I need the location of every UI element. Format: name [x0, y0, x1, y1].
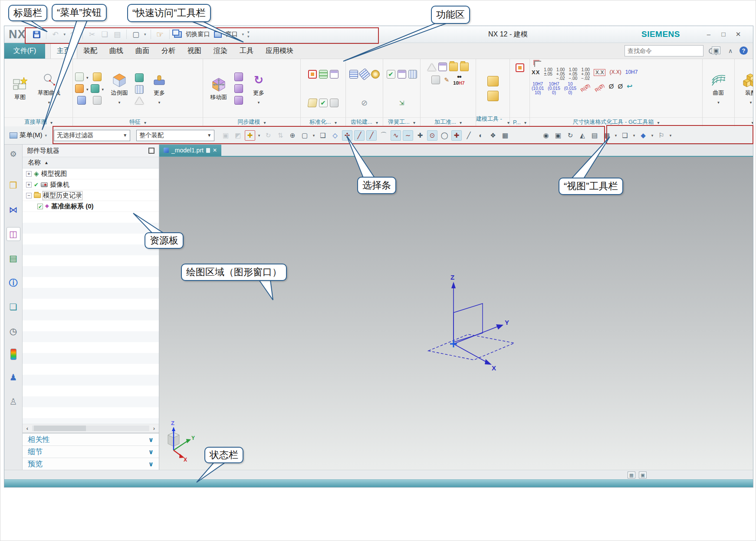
maximize-button[interactable]: □ [718, 29, 729, 40]
snap-intersection-toggle[interactable]: ✚ [415, 130, 425, 141]
cut-button[interactable]: ✂ [87, 30, 97, 39]
group-label-assembly[interactable] [735, 117, 753, 126]
search-input[interactable] [625, 47, 709, 54]
zoom-fit-icon[interactable]: ◉ [541, 130, 551, 141]
snap-angle-toggle[interactable]: ╱ [463, 130, 474, 141]
point-constructor-icon[interactable]: ⊕ [287, 130, 298, 141]
surface-button[interactable]: 曲面 [705, 72, 732, 106]
replace-face-icon[interactable] [234, 84, 243, 93]
corner-dimension-icon[interactable] [534, 61, 541, 67]
std-check-icon[interactable]: ✔ [319, 99, 328, 107]
pin-icon[interactable] [148, 148, 154, 154]
diameter-dim[interactable]: Ø [618, 83, 623, 89]
close-button[interactable]: ✕ [733, 29, 744, 40]
dim-tol-symmetric[interactable]: 1.00 ±.05 [544, 68, 552, 76]
undo-caret[interactable]: ▾ [64, 32, 66, 36]
snap-midpoint-toggle[interactable]: ╱ [354, 130, 365, 141]
settings-gear-icon[interactable]: ⚙ [7, 147, 20, 161]
save-button[interactable] [32, 30, 42, 39]
switch-window-button[interactable]: 切换窗口 [186, 30, 210, 38]
shell-icon[interactable] [135, 85, 144, 94]
extrude-icon[interactable] [75, 84, 84, 93]
datum-plane-icon[interactable] [75, 73, 84, 81]
group-label-spring[interactable]: 弹簧工... [383, 117, 420, 126]
std-list-icon[interactable] [330, 70, 339, 79]
snap-point-on-curve-toggle[interactable]: ╱ [366, 130, 377, 141]
caret-icon[interactable]: ▾ [312, 130, 316, 141]
tab-view[interactable]: 视图 [181, 43, 207, 59]
unite-icon[interactable] [91, 84, 99, 93]
snap-curve-toggle[interactable]: ∼ [403, 130, 413, 141]
horizontal-scrollbar[interactable]: ‹ › [23, 424, 159, 433]
sync-more-button[interactable]: ↻ 更多 [245, 72, 272, 106]
tab-analysis[interactable]: 分析 [155, 43, 181, 59]
paste-button[interactable]: ▤ [112, 30, 122, 39]
sketch-curve-button[interactable]: 草图曲线 [36, 72, 62, 106]
group-label-feature[interactable]: 特征 [73, 117, 203, 126]
annotation-folder-icon[interactable] [449, 63, 458, 71]
surface-rule-icon[interactable]: ❖ [488, 130, 498, 141]
menu-button[interactable]: 菜单(M) ▾ [10, 131, 47, 139]
find-fit-button[interactable]: ●● 10H7 [453, 74, 464, 86]
move-component-icon[interactable]: ▣ [220, 130, 231, 141]
minimize-button[interactable]: – [703, 29, 714, 40]
new-button[interactable]: ▢ [131, 30, 141, 39]
caret-icon[interactable]: ▾ [632, 130, 636, 141]
layer-settings-icon[interactable]: ▤ [589, 130, 600, 141]
redo-button[interactable]: ↷ [69, 30, 78, 39]
dim-fit[interactable]: 10H7 [625, 69, 638, 75]
tree-row-datum-csys[interactable]: ✔ ⌖ 基准坐标系 (0) [23, 201, 159, 212]
selection-filter-combo[interactable]: 无选择过滤器▼ [54, 130, 130, 141]
copy-button[interactable]: ❏ [100, 30, 109, 39]
render-style-icon[interactable]: ❑ [620, 130, 630, 141]
rotate-tool-icon[interactable]: ↻ [263, 130, 273, 141]
constraint-navigator-icon[interactable]: ⋈ [7, 203, 20, 217]
pattern-feature-icon[interactable] [93, 73, 102, 81]
chamfer-icon[interactable] [135, 73, 144, 82]
caret-icon[interactable]: ▾ [614, 130, 618, 141]
touch-mode-button[interactable]: ☞ [155, 30, 165, 39]
dim-tol-upper[interactable]: 1.00 +.05 −.00 [569, 68, 578, 81]
name-column-header[interactable]: 名称 ▲ [23, 157, 159, 168]
tree-row-model-history[interactable]: − 模型历史记录 [23, 190, 159, 201]
hole-icon[interactable] [77, 96, 86, 105]
marquee-select-icon[interactable]: ▢ [299, 130, 310, 141]
tab-curve[interactable]: 曲线 [103, 43, 129, 59]
reset-format[interactable]: ↩ [627, 83, 632, 90]
tree-row-model-views[interactable]: + ◈ 模型视图 [23, 168, 159, 179]
snap-quadrant-toggle[interactable]: ◯ [439, 130, 450, 141]
table-rule-icon[interactable]: ▦ [500, 130, 510, 141]
bevel-gear-icon[interactable] [358, 68, 370, 80]
hand-tool-icon[interactable]: ◩ [233, 130, 243, 141]
tab-surface[interactable]: 曲面 [129, 43, 155, 59]
roles-icon[interactable]: ♙ [7, 395, 20, 409]
reuse-library-icon[interactable]: ▤ [7, 251, 20, 265]
spring-check-icon[interactable]: ✔ [387, 70, 395, 79]
process-studio-icon[interactable]: ♟ [7, 370, 20, 384]
caret-icon[interactable]: ▾ [668, 130, 673, 141]
p-tool-icon[interactable] [516, 63, 524, 72]
window-layout-icon[interactable]: ▦ [602, 130, 612, 141]
group-label-p[interactable]: P... [510, 117, 529, 126]
snap-endpoint-toggle[interactable]: ✣ [342, 130, 352, 141]
group-label-modeling-tools[interactable]: 建模工具 - ... [476, 117, 509, 126]
sketch-button[interactable]: 草图 [7, 76, 33, 101]
shaded-cube-icon[interactable]: ❑ [318, 130, 328, 141]
pan-tool-icon[interactable]: ⇅ [275, 130, 286, 141]
file-menu-button[interactable]: 文件(F) [4, 43, 45, 59]
feature-more-button[interactable]: 更多 [146, 72, 173, 106]
delete-gear-icon[interactable]: ⊘ [360, 99, 369, 107]
trim-body-icon[interactable] [93, 96, 102, 105]
fit-with-deviation[interactable]: 10H7 (0.015 0) [548, 82, 560, 96]
tab-render[interactable]: 渲染 [207, 43, 233, 59]
note-box-icon[interactable] [431, 76, 440, 84]
rotate-view-icon[interactable]: ↻ [565, 130, 575, 141]
triangle-symbol-icon[interactable] [427, 63, 436, 71]
spring-table-icon[interactable] [408, 70, 417, 79]
expand-icon[interactable]: + [26, 182, 32, 188]
snap-spline-pole-toggle[interactable]: ∿ [391, 130, 401, 141]
assembly-button[interactable]: 装配 [737, 72, 753, 106]
delete-face-icon[interactable] [234, 96, 243, 105]
qa-overflow[interactable]: ▾▾ [247, 30, 250, 39]
spring-mirror-icon[interactable]: ⇲ [398, 99, 406, 107]
